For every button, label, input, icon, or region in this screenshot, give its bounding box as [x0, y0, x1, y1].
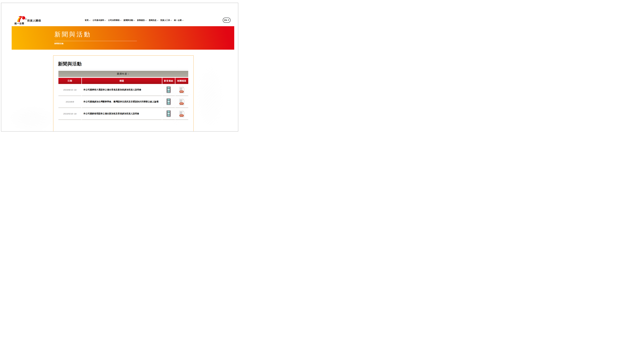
table-top-divider: [58, 69, 188, 69]
title-cell: 本公司應邀參加台灣董事學會、臺灣證券交易所及安擘諮詢共同舉辦之線上論壇: [82, 96, 162, 108]
breadcrumb: 新聞與活動: [54, 42, 64, 45]
nav-item-0[interactable]: 首頁: [85, 19, 90, 21]
video-link-cell[interactable]: [162, 108, 175, 120]
logo-text: 統一企業: [14, 22, 24, 25]
page-banner: 新聞與活動 新聞與活動: [12, 26, 234, 50]
site-title: 投資人關係: [27, 19, 41, 22]
chevron-down-icon: [134, 19, 135, 21]
registered-mark: R: [26, 18, 26, 20]
page-frame: R 統一企業 投資人關係 首頁 公司基本資料 公司治理專區 新聞與活動 財務資訊…: [1, 3, 238, 131]
column-header-date: 日期: [58, 78, 82, 84]
pdf-file-icon[interactable]: PDF: [179, 110, 184, 117]
chevron-down-icon: [145, 19, 147, 21]
pdf-file-cell[interactable]: PDF: [175, 84, 188, 96]
video-filmstrip-icon[interactable]: [166, 87, 171, 93]
table-body: 2023/8/15~18 本公司應摩根大通證券之邀在香港及新加坡參加投資人說明會…: [58, 84, 188, 120]
column-header-file: 相關檔案: [175, 78, 188, 84]
nav-item-6[interactable]: 投資人工具: [160, 19, 172, 21]
video-link-cell[interactable]: [162, 96, 175, 108]
nav-item-5[interactable]: 股東訊息: [149, 19, 158, 21]
uni-president-bird-icon: R 統一企業: [14, 15, 28, 25]
language-label: EN: [224, 19, 227, 21]
nav-item-4[interactable]: 財務資訊: [137, 19, 146, 21]
column-header-title: 標題: [82, 78, 162, 84]
language-switch-button[interactable]: EN: [223, 18, 230, 23]
column-header-video: 影音連結: [162, 78, 175, 84]
date-cell: 2023/8/15~18: [58, 84, 82, 96]
nav-item-7[interactable]: 統一企業: [174, 19, 183, 21]
video-link-cell[interactable]: [162, 84, 175, 96]
nav-item-2[interactable]: 公司治理專區: [108, 19, 121, 21]
page-title: 新聞與活動: [54, 30, 91, 39]
pdf-file-cell[interactable]: PDF: [175, 108, 188, 120]
chevron-down-icon: [89, 19, 90, 21]
decorative-lines-right: [195, 62, 225, 131]
title-cell: 本公司應麥格理證券之邀在新加坡及香港參加投資人說明會: [82, 108, 162, 120]
chevron-down-icon: [182, 19, 184, 21]
year-filter-bar[interactable]: 選擇年度：: [58, 71, 188, 77]
nav-item-1[interactable]: 公司基本資料: [92, 19, 106, 21]
company-logo[interactable]: R 統一企業: [14, 15, 28, 25]
table-header-row: 日期 標題 影音連結 相關檔案: [58, 78, 188, 84]
chevron-down-icon: [170, 19, 172, 21]
decorative-lines-bottom-left: [6, 104, 57, 131]
year-filter-label: 選擇年度：: [117, 72, 130, 75]
main-nav: 首頁 公司基本資料 公司治理專區 新聞與活動 財務資訊 股東訊息 投資人工具 統…: [85, 19, 183, 21]
nav-item-3[interactable]: 新聞與活動: [124, 19, 135, 21]
pdf-file-icon[interactable]: PDF: [179, 98, 184, 105]
chevron-down-icon: [120, 19, 122, 21]
pdf-file-icon[interactable]: PDF: [179, 86, 184, 93]
pdf-badge-label: PDF: [180, 115, 183, 116]
title-cell: 本公司應摩根大通證券之邀在香港及新加坡參加投資人說明會: [82, 84, 162, 96]
news-content-panel: 新聞與活動 選擇年度： 日期 標題 影音連結 相關檔案 2023/8/15~18…: [53, 55, 194, 131]
site-header: R 統一企業 投資人關係 首頁 公司基本資料 公司治理專區 新聞與活動 財務資訊…: [1, 3, 238, 26]
pdf-badge-label: PDF: [180, 103, 183, 104]
video-filmstrip-icon[interactable]: [166, 110, 171, 117]
date-cell: 2023/5/16~18: [58, 108, 82, 120]
pdf-badge-label: PDF: [180, 91, 183, 92]
video-filmstrip-icon[interactable]: [166, 98, 171, 105]
external-arrow-icon: [228, 19, 229, 21]
date-cell: 2023/6/9: [58, 96, 82, 108]
chevron-down-icon: [104, 19, 106, 21]
section-heading: 新聞與活動: [58, 61, 82, 67]
pdf-file-cell[interactable]: PDF: [175, 96, 188, 108]
chevron-down-icon: [157, 19, 158, 21]
